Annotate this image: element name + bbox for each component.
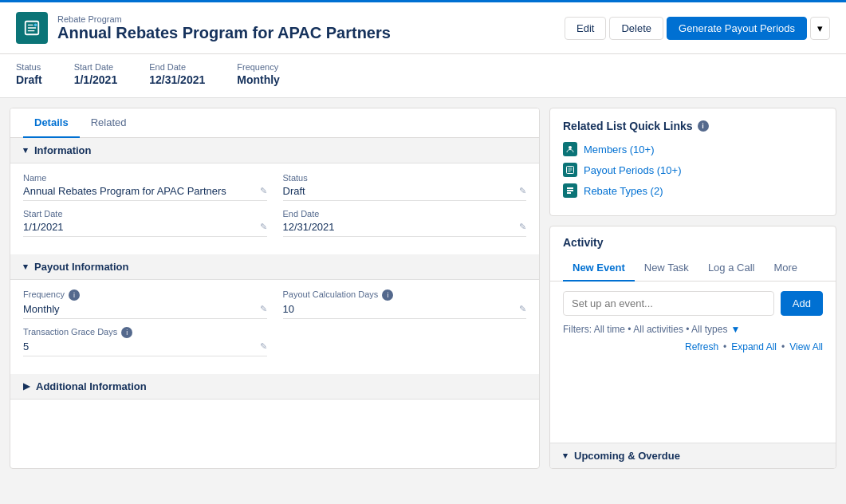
chevron-down-icon: ▾ <box>817 22 823 34</box>
dates-row: Start Date 1/1/2021 ✎ End Date 12/31/202… <box>23 209 526 237</box>
frequency-info-icon[interactable]: i <box>69 289 80 301</box>
payout-calc-field: Payout Calculation Days i 10 ✎ <box>283 289 527 319</box>
chevron-down-icon: ▾ <box>23 145 28 156</box>
page-title: Annual Rebates Program for APAC Partners <box>57 24 391 42</box>
frequency-edit-icon[interactable]: ✎ <box>260 304 267 314</box>
header-text: Rebate Program Annual Rebates Program fo… <box>57 14 391 42</box>
svg-point-2 <box>569 146 572 149</box>
additional-label: Additional Information <box>36 380 147 392</box>
start-date-field-value: 1/1/2021 <box>23 221 64 233</box>
name-value: Annual Rebates Program for APAC Partners <box>23 185 226 197</box>
filter-icon[interactable]: ▼ <box>730 324 740 335</box>
grace-days-info-icon[interactable]: i <box>121 327 132 338</box>
grace-days-label: Transaction Grace Days i <box>23 327 267 338</box>
main-layout: Details Related ▾ Information Name Annua… <box>0 98 846 478</box>
view-all-link[interactable]: View All <box>789 341 823 352</box>
refresh-link[interactable]: Refresh <box>685 341 718 352</box>
start-date-value: 1/1/2021 <box>74 73 118 86</box>
payout-calc-value: 10 <box>283 303 294 315</box>
generate-payout-button[interactable]: Generate Payout Periods <box>667 17 807 40</box>
svg-point-1 <box>34 24 37 27</box>
end-date-field: End Date 12/31/2021 ✎ <box>283 209 527 237</box>
activity-links: Refresh • Expand All • View All <box>563 341 823 352</box>
dot-separator-1: • <box>723 341 726 352</box>
tab-more[interactable]: More <box>764 255 807 282</box>
payout-periods-link[interactable]: Payout Periods (10+) <box>584 164 681 176</box>
information-label: Information <box>34 144 92 156</box>
quick-links-panel: Related List Quick Links i Members (10+)… <box>549 108 836 216</box>
start-date-edit-icon[interactable]: ✎ <box>260 222 267 232</box>
members-link[interactable]: Members (10+) <box>584 144 655 156</box>
tab-details[interactable]: Details <box>23 108 80 138</box>
rebate-types-icon <box>563 183 577 198</box>
name-label: Name <box>23 173 267 183</box>
name-edit-icon[interactable]: ✎ <box>260 186 267 196</box>
add-event-button[interactable]: Add <box>781 291 823 316</box>
payout-calc-edit-icon[interactable]: ✎ <box>519 304 526 314</box>
frequency-field-label: Frequency i <box>23 289 267 301</box>
rebate-types-link[interactable]: Rebate Types (2) <box>584 185 663 197</box>
end-date-field-label: End Date <box>283 209 527 219</box>
tab-new-event[interactable]: New Event <box>563 255 635 282</box>
frequency-value: Monthly <box>237 73 280 86</box>
grace-days-value-container: 5 ✎ <box>23 341 267 356</box>
name-value-container: Annual Rebates Program for APAC Partners… <box>23 185 267 201</box>
grace-days-row: Transaction Grace Days i 5 ✎ <box>23 327 526 356</box>
frequency-meta: Frequency Monthly <box>237 62 280 86</box>
tab-related[interactable]: Related <box>80 108 138 138</box>
activity-header: Activity New Event New Task Log a Call M… <box>550 226 836 282</box>
payout-calc-label: Payout Calculation Days i <box>283 289 527 301</box>
end-date-value: 12/31/2021 <box>149 73 205 86</box>
information-section-header[interactable]: ▾ Information <box>10 138 539 163</box>
grace-days-edit-icon[interactable]: ✎ <box>260 341 267 352</box>
status-meta: Status Draft <box>16 62 42 86</box>
activity-title: Activity <box>563 236 823 249</box>
status-label: Status <box>16 62 42 72</box>
event-input[interactable] <box>563 291 774 316</box>
frequency-label: Frequency <box>237 62 280 72</box>
header-actions: Edit Delete Generate Payout Periods ▾ <box>565 17 830 40</box>
edit-button[interactable]: Edit <box>565 17 606 40</box>
payout-periods-icon <box>563 163 577 177</box>
frequency-calc-row: Frequency i Monthly ✎ Payout Calculation… <box>23 289 526 319</box>
start-date-field: Start Date 1/1/2021 ✎ <box>23 209 267 237</box>
placeholder-field <box>283 327 527 356</box>
payout-section-header[interactable]: ▾ Payout Information <box>10 254 539 280</box>
filters-row: Filters: All time • All activities • All… <box>563 324 823 335</box>
left-panel: Details Related ▾ Information Name Annua… <box>10 108 540 469</box>
grace-days-value: 5 <box>23 341 29 352</box>
meta-bar: Status Draft Start Date 1/1/2021 End Dat… <box>0 54 846 98</box>
payout-calc-info-icon[interactable]: i <box>382 289 393 301</box>
activity-panel: Activity New Event New Task Log a Call M… <box>549 226 836 469</box>
tab-new-task[interactable]: New Task <box>635 255 698 282</box>
name-status-row: Name Annual Rebates Program for APAC Par… <box>23 173 526 201</box>
tab-log-call[interactable]: Log a Call <box>698 255 765 282</box>
upcoming-label: Upcoming & Overdue <box>574 450 680 462</box>
rebate-types-link-item: Rebate Types (2) <box>563 183 823 198</box>
additional-section-header[interactable]: ▶ Additional Information <box>10 374 539 400</box>
app-icon <box>16 12 48 44</box>
frequency-field-value: Monthly <box>23 303 60 315</box>
right-panel: Related List Quick Links i Members (10+)… <box>549 108 836 469</box>
frequency-field: Frequency i Monthly ✎ <box>23 289 267 319</box>
grace-days-field: Transaction Grace Days i 5 ✎ <box>23 327 267 356</box>
delete-button[interactable]: Delete <box>609 17 663 40</box>
payout-calc-value-container: 10 ✎ <box>283 303 527 319</box>
quick-links-info-icon[interactable]: i <box>698 120 709 132</box>
status-edit-icon[interactable]: ✎ <box>519 186 526 196</box>
page-header: Rebate Program Annual Rebates Program fo… <box>0 0 846 54</box>
upcoming-overdue-section[interactable]: ▾ Upcoming & Overdue <box>550 443 836 468</box>
activity-body: Add Filters: All time • All activities •… <box>550 282 836 443</box>
details-scroll: ▾ Information Name Annual Rebates Progra… <box>10 138 539 468</box>
end-date-meta: End Date 12/31/2021 <box>149 62 205 86</box>
filters-text: Filters: All time • All activities • All… <box>563 324 727 335</box>
payout-label: Payout Information <box>34 261 128 273</box>
payout-chevron-icon: ▾ <box>23 262 28 272</box>
end-date-label: End Date <box>149 62 205 72</box>
status-field-label: Status <box>283 173 527 183</box>
expand-all-link[interactable]: Expand All <box>731 341 777 352</box>
end-date-edit-icon[interactable]: ✎ <box>519 222 526 232</box>
frequency-field-value-container: Monthly ✎ <box>23 303 267 319</box>
actions-dropdown-button[interactable]: ▾ <box>810 17 830 40</box>
status-field-value: Draft <box>283 185 305 197</box>
